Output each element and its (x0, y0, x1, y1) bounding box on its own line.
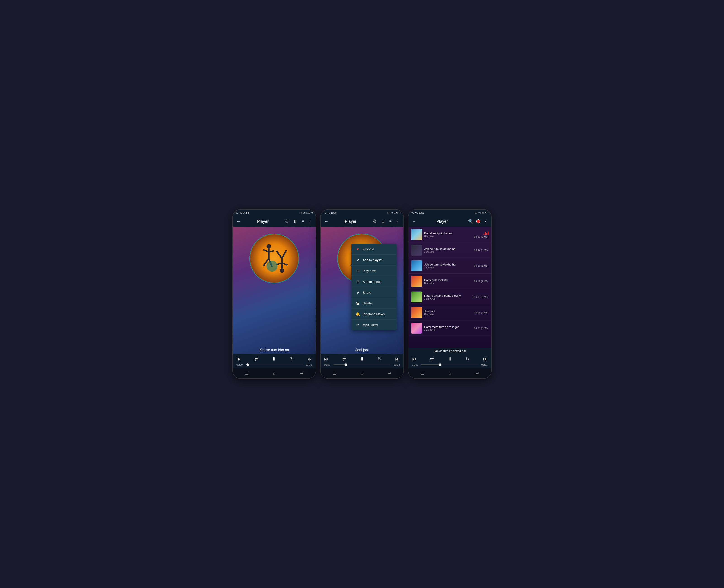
progress-bar-3[interactable] (421, 364, 478, 365)
signal-icon-2: 4G (323, 212, 326, 214)
record-icon-3[interactable] (476, 219, 480, 224)
now-playing-bar-3: Jab se tum ko dekha hai (408, 348, 491, 354)
next-button-1[interactable]: ⏭ (308, 356, 312, 362)
repeat-button-3[interactable]: ↻ (466, 356, 470, 362)
track-meta-0: 03:32 (8 MB) (474, 235, 489, 238)
status-left-2: 4G 4G 16:59 (323, 212, 337, 214)
eq-bar-3 (486, 233, 487, 235)
controls-row-3: ⏮ ⇄ ⏸ ↻ ⏭ (412, 356, 488, 362)
home-nav-2[interactable]: ⌂ (361, 371, 364, 376)
sort-icon-1[interactable]: ≡ (301, 218, 305, 225)
playlist-container: Badal se tip tip barsat Rockstar 03:32 (… (408, 227, 491, 348)
menu-nav-3[interactable]: ☰ (420, 371, 424, 376)
thumb-3 (411, 276, 422, 287)
progress-thumb-1 (246, 363, 249, 366)
prev-button-2[interactable]: ⏮ (324, 356, 329, 362)
menu-item-add-queue[interactable]: ⊞ Add to queue (351, 276, 397, 287)
play-pause-button-3[interactable]: ⏸ (448, 356, 452, 362)
player-controls-2: ⏮ ⇄ ⏸ ↻ ⏭ 00:47 03:33 (320, 354, 404, 369)
back-nav-2[interactable]: ↩ (388, 371, 391, 376)
current-time-2: 00:47 (324, 363, 331, 366)
track-meta-3: 03:11 (7 MB) (474, 280, 489, 283)
playlist-item-0[interactable]: Badal se tip tip barsat Rockstar 03:32 (… (408, 227, 491, 243)
delete-icon: 🗑 (355, 301, 360, 305)
back-nav-3[interactable]: ↩ (476, 371, 479, 376)
ringtone-label: Ringtone Maker (363, 312, 385, 316)
thumb-4 (411, 292, 422, 302)
track-meta-2: 03:26 (8 MB) (474, 265, 489, 267)
playlist-item-2[interactable]: Jab se tum ko dekha hai John den 03:26 (… (408, 258, 491, 274)
menu-item-share[interactable]: ⇗ Share (351, 287, 397, 298)
more-icon-2[interactable]: ⋮ (395, 218, 401, 225)
menu-item-delete[interactable]: 🗑 Delete (351, 298, 397, 309)
menu-item-add-playlist[interactable]: ↗ Add to playlist (351, 255, 397, 266)
track-info-6: Sathi mere tum se to lagan Jaim Crus (424, 325, 472, 331)
progress-fill-1 (246, 364, 248, 365)
progress-row-1: 00:09 03:33 (236, 363, 312, 366)
album-art-1 (249, 234, 299, 284)
prev-button-1[interactable]: ⏮ (236, 356, 241, 362)
search-icon-3[interactable]: 🔍 (467, 218, 474, 225)
current-time-1: 00:09 (236, 363, 244, 366)
play-pause-button-1[interactable]: ⏸ (272, 356, 276, 362)
progress-row-2: 00:47 03:33 (324, 363, 400, 366)
headphone-icon-2: 🎧 (387, 212, 390, 214)
battery-3: Val 0.20 74 (478, 212, 489, 214)
repeat-button-2[interactable]: ↻ (378, 356, 382, 362)
playlist-item-5[interactable]: Joni joni Rockstar 03:16 (7 MB) (408, 305, 491, 320)
progress-bar-2[interactable] (333, 364, 391, 365)
prev-button-3[interactable]: ⏮ (412, 356, 416, 362)
track-artist-2: John den (424, 266, 472, 269)
playlist-item-4[interactable]: Nature singing beats slowlly Jaim Crus 0… (408, 289, 491, 305)
home-nav-3[interactable]: ⌂ (449, 371, 451, 376)
back-button-1[interactable]: ← (235, 218, 242, 225)
controls-row-1: ⏮ ⇄ ⏸ ↻ ⏭ (236, 356, 312, 362)
next-button-2[interactable]: ⏭ (395, 356, 400, 362)
back-button-2[interactable]: ← (323, 218, 329, 225)
progress-bar-1[interactable] (246, 364, 303, 365)
heart-icon: ♥ (355, 247, 360, 251)
menu-nav-2[interactable]: ☰ (333, 371, 336, 376)
next-button-3[interactable]: ⏭ (483, 356, 488, 362)
back-button-3[interactable]: ← (411, 218, 417, 225)
progress-thumb-2 (345, 363, 347, 366)
more-icon-3[interactable]: ⋮ (482, 218, 489, 225)
repeat-button-1[interactable]: ↻ (290, 356, 294, 362)
home-nav-1[interactable]: ⌂ (273, 371, 275, 376)
equalizer-icon-2[interactable]: 🎚 (380, 218, 386, 225)
time-1: 4G 16:58 (240, 212, 249, 214)
timer-icon-1[interactable]: ⏱ (284, 218, 290, 225)
menu-item-ringtone[interactable]: 🔔 Ringtone Maker (351, 309, 397, 319)
equalizer-icon-1[interactable]: 🎚 (292, 218, 298, 225)
more-icon-1[interactable]: ⋮ (307, 218, 313, 225)
progress-row-3: 01:09 03:33 (412, 363, 488, 366)
dropdown-menu: ♥ Favorite ↗ Add to playlist ⊞ Play next… (351, 244, 397, 330)
time-3: 4G 16:59 (415, 212, 424, 214)
battery-1: Val 0.20 74 (303, 212, 313, 214)
favorite-label: Favorite (363, 247, 374, 251)
add-playlist-icon: ↗ (355, 258, 360, 262)
progress-fill-3 (421, 364, 440, 365)
now-playing-title-3: Jab se tum ko dekha hai (434, 349, 466, 353)
track-artist-6: Jaim Crus (424, 329, 472, 331)
sort-icon-2[interactable]: ≡ (388, 218, 393, 225)
phone-1: 4G 4G 16:58 🎧 Val 0.20 74 ← Player ⏱ 🎚 ≡… (232, 209, 316, 379)
back-nav-1[interactable]: ↩ (300, 371, 304, 376)
menu-nav-1[interactable]: ☰ (245, 371, 249, 376)
playlist-item-1[interactable]: Jab se tum ko dekha hai John den 03:42 (… (408, 243, 491, 258)
player-controls-1: ⏮ ⇄ ⏸ ↻ ⏭ 00:09 03:33 (233, 354, 316, 369)
shuffle-button-3[interactable]: ⇄ (430, 356, 434, 362)
shuffle-button-1[interactable]: ⇄ (254, 356, 258, 362)
playlist-item-6[interactable]: Sathi mere tum se to lagan Jaim Crus 04:… (408, 320, 491, 336)
track-info-1: Jab se tum ko dekha hai John den (424, 247, 472, 253)
nav-bar-3: ☰ ⌂ ↩ (408, 369, 491, 378)
track-info-0: Badal se tip tip barsat Rockstar (424, 232, 472, 238)
playlist-item-3[interactable]: Baby girls rockstar Rockstar 03:11 (7 MB… (408, 274, 491, 289)
timer-icon-2[interactable]: ⏱ (372, 218, 378, 225)
shuffle-button-2[interactable]: ⇄ (342, 356, 346, 362)
menu-item-favorite[interactable]: ♥ Favorite (351, 244, 397, 255)
menu-item-play-next[interactable]: ⊞ Play next (351, 266, 397, 276)
play-pause-button-2[interactable]: ⏸ (360, 356, 364, 362)
add-queue-icon: ⊞ (355, 279, 360, 284)
menu-item-mp3cutter[interactable]: ✂ Mp3 Cutter (351, 319, 397, 330)
